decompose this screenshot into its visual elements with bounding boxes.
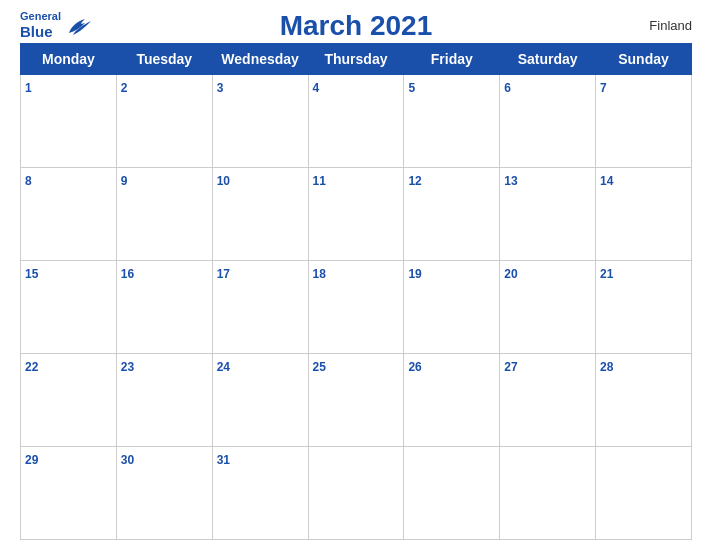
- calendar-cell: [596, 447, 692, 540]
- calendar-cell: 21: [596, 261, 692, 354]
- date-number: 10: [217, 174, 230, 188]
- header-wednesday: Wednesday: [212, 44, 308, 75]
- calendar-cell: 24: [212, 354, 308, 447]
- date-number: 14: [600, 174, 613, 188]
- header-saturday: Saturday: [500, 44, 596, 75]
- calendar-cell: 16: [116, 261, 212, 354]
- calendar-cell: [404, 447, 500, 540]
- calendar-cell: 30: [116, 447, 212, 540]
- date-number: 19: [408, 267, 421, 281]
- header-sunday: Sunday: [596, 44, 692, 75]
- date-number: 20: [504, 267, 517, 281]
- calendar-cell: 31: [212, 447, 308, 540]
- logo-text: General Blue: [20, 10, 61, 41]
- date-number: 4: [313, 81, 320, 95]
- date-number: 15: [25, 267, 38, 281]
- logo-general: General: [20, 10, 61, 23]
- date-number: 16: [121, 267, 134, 281]
- calendar-cell: 27: [500, 354, 596, 447]
- calendar-cell: 7: [596, 75, 692, 168]
- logo-blue: Blue: [20, 23, 53, 41]
- calendar-cell: 19: [404, 261, 500, 354]
- calendar-cell: 28: [596, 354, 692, 447]
- week-row-2: 891011121314: [21, 168, 692, 261]
- calendar-cell: 26: [404, 354, 500, 447]
- date-number: 25: [313, 360, 326, 374]
- header-friday: Friday: [404, 44, 500, 75]
- date-number: 2: [121, 81, 128, 95]
- date-number: 17: [217, 267, 230, 281]
- page-title: March 2021: [280, 10, 433, 42]
- date-number: 22: [25, 360, 38, 374]
- logo-bird-icon: [65, 15, 93, 37]
- calendar-cell: 2: [116, 75, 212, 168]
- date-number: 31: [217, 453, 230, 467]
- date-number: 11: [313, 174, 326, 188]
- calendar-table: Monday Tuesday Wednesday Thursday Friday…: [20, 43, 692, 540]
- date-number: 9: [121, 174, 128, 188]
- date-number: 26: [408, 360, 421, 374]
- header-tuesday: Tuesday: [116, 44, 212, 75]
- calendar-cell: 13: [500, 168, 596, 261]
- calendar-cell: 15: [21, 261, 117, 354]
- date-number: 1: [25, 81, 32, 95]
- calendar-cell: 1: [21, 75, 117, 168]
- calendar-cell: 11: [308, 168, 404, 261]
- week-row-5: 293031: [21, 447, 692, 540]
- date-number: 8: [25, 174, 32, 188]
- calendar-cell: 22: [21, 354, 117, 447]
- calendar-cell: 12: [404, 168, 500, 261]
- date-number: 23: [121, 360, 134, 374]
- date-number: 28: [600, 360, 613, 374]
- calendar-cell: 5: [404, 75, 500, 168]
- calendar-cell: 4: [308, 75, 404, 168]
- date-number: 27: [504, 360, 517, 374]
- date-number: 18: [313, 267, 326, 281]
- calendar-cell: 14: [596, 168, 692, 261]
- calendar-cell: 8: [21, 168, 117, 261]
- week-row-4: 22232425262728: [21, 354, 692, 447]
- calendar-cell: [308, 447, 404, 540]
- calendar-cell: 3: [212, 75, 308, 168]
- calendar-cell: 20: [500, 261, 596, 354]
- date-number: 24: [217, 360, 230, 374]
- date-number: 13: [504, 174, 517, 188]
- country-label: Finland: [649, 18, 692, 33]
- header: General Blue March 2021 Finland: [20, 10, 692, 41]
- date-number: 3: [217, 81, 224, 95]
- date-number: 6: [504, 81, 511, 95]
- date-number: 21: [600, 267, 613, 281]
- calendar-cell: 10: [212, 168, 308, 261]
- calendar-cell: 9: [116, 168, 212, 261]
- date-number: 5: [408, 81, 415, 95]
- date-number: 29: [25, 453, 38, 467]
- date-number: 7: [600, 81, 607, 95]
- date-number: 12: [408, 174, 421, 188]
- week-row-3: 15161718192021: [21, 261, 692, 354]
- calendar-cell: 25: [308, 354, 404, 447]
- header-monday: Monday: [21, 44, 117, 75]
- date-number: 30: [121, 453, 134, 467]
- calendar-cell: 23: [116, 354, 212, 447]
- calendar-cell: 18: [308, 261, 404, 354]
- calendar-cell: 17: [212, 261, 308, 354]
- logo: General Blue: [20, 10, 93, 41]
- week-row-1: 1234567: [21, 75, 692, 168]
- calendar-cell: [500, 447, 596, 540]
- weekday-header-row: Monday Tuesday Wednesday Thursday Friday…: [21, 44, 692, 75]
- calendar-cell: 29: [21, 447, 117, 540]
- calendar-cell: 6: [500, 75, 596, 168]
- header-thursday: Thursday: [308, 44, 404, 75]
